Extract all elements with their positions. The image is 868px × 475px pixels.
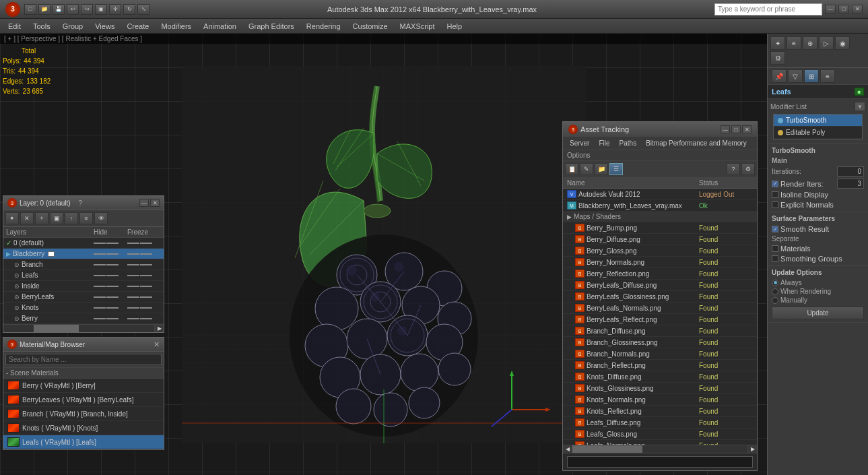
- asset-tool-help[interactable]: ?: [727, 163, 740, 175]
- undo-button[interactable]: ↩: [67, 4, 79, 15]
- menu-rendering[interactable]: Rendering: [301, 21, 346, 32]
- material-browser-close-btn[interactable]: ✕: [154, 340, 160, 349]
- asset-row[interactable]: BKnots_Normals.pngFound: [563, 394, 757, 406]
- render-iters-checkbox[interactable]: ✓ Render Iters:: [772, 180, 824, 188]
- layer-add-btn[interactable]: +: [35, 212, 48, 224]
- smoothing-groups-checkbox[interactable]: Smoothing Groups: [772, 255, 864, 263]
- asset-row[interactable]: BKnots_Diffuse.pngFound: [563, 371, 757, 383]
- asset-tool-table[interactable]: ☰: [609, 163, 623, 175]
- asset-table-body[interactable]: V Autodesk Vault 2012 Logged Out M Black…: [563, 189, 757, 445]
- explicit-normals-checkbox[interactable]: Explicit Normals: [772, 201, 864, 209]
- materials-cb[interactable]: [772, 245, 778, 252]
- menu-animation[interactable]: Animation: [198, 21, 242, 32]
- manually-radio-dot[interactable]: [772, 297, 778, 304]
- color-swatch-btn[interactable]: ■: [855, 88, 864, 96]
- motion-tab-btn[interactable]: ▷: [819, 36, 834, 50]
- menu-customize[interactable]: Customize: [347, 21, 393, 32]
- asset-row[interactable]: BBerry_Bump.pngFound: [563, 222, 757, 234]
- asset-scrollbar[interactable]: ◀ ▶: [563, 445, 757, 453]
- asset-row[interactable]: BBranch_Diffuse.pngFound: [563, 325, 757, 337]
- menu-views[interactable]: Views: [90, 21, 120, 32]
- configure-btn[interactable]: ≡: [820, 69, 835, 83]
- asset-row[interactable]: BLeafs_Normals.pngFound: [563, 440, 757, 445]
- asset-row-group[interactable]: ▶ Maps / Shaders: [563, 212, 757, 222]
- asset-row[interactable]: BBerry_Normals.pngFound: [563, 257, 757, 268]
- asset-close-btn[interactable]: ✕: [742, 125, 752, 133]
- asset-row[interactable]: M Blackberry_with_Leaves_vray.max Ok: [563, 200, 757, 212]
- menu-help[interactable]: Help: [442, 21, 468, 32]
- layer-minimize-btn[interactable]: —: [139, 199, 149, 207]
- asset-minimize-btn[interactable]: —: [721, 125, 730, 133]
- display-tab-btn[interactable]: ◉: [835, 36, 850, 50]
- materials-checkbox[interactable]: Materials: [772, 245, 864, 253]
- layer-row[interactable]: ⊙ Leafs: [3, 270, 164, 281]
- asset-row[interactable]: BBerryLeafs_Reflect.pngFound: [563, 314, 757, 325]
- asset-tool-1[interactable]: 📋: [565, 163, 578, 175]
- asset-row[interactable]: BBerryLeafs_Diffuse.pngFound: [563, 280, 757, 291]
- save-button[interactable]: 💾: [53, 4, 65, 15]
- update-button[interactable]: Update: [772, 307, 864, 319]
- minimize-button[interactable]: —: [825, 5, 836, 14]
- layer-delete-btn[interactable]: ✕: [20, 212, 34, 224]
- layer-move-btn[interactable]: ↑: [65, 212, 78, 224]
- asset-scroll-left-btn[interactable]: ◀: [563, 445, 572, 453]
- explicit-normals-cb[interactable]: [772, 201, 778, 208]
- new-button[interactable]: □: [24, 4, 36, 15]
- redo-button[interactable]: ↪: [81, 4, 93, 15]
- material-item[interactable]: Leafs ( VRayMtl ) [Leafs]: [3, 435, 164, 449]
- render-iters-input[interactable]: [837, 179, 864, 189]
- material-item[interactable]: Branch ( VRayMtl ) [Branch, Inside]: [3, 407, 164, 421]
- asset-row[interactable]: BBerryLeafs_Normals.pngFound: [563, 303, 757, 314]
- smooth-result-checkbox[interactable]: ✓ Smooth Result: [772, 225, 864, 233]
- maximize-button[interactable]: □: [838, 5, 849, 14]
- layer-scroll-right-btn[interactable]: ▶: [154, 325, 164, 332]
- asset-scroll-thumb[interactable]: [572, 445, 642, 453]
- layer-scroll-track[interactable]: [3, 325, 154, 332]
- material-item[interactable]: Berry ( VRayMtl ) [Berry]: [3, 379, 164, 393]
- modify-tab-btn[interactable]: ≡: [787, 36, 801, 50]
- search-box[interactable]: [714, 3, 822, 15]
- asset-row[interactable]: BLeafs_Diffuse.pngFound: [563, 417, 757, 429]
- manually-radio[interactable]: Manually: [772, 296, 864, 304]
- asset-options-label[interactable]: Options: [563, 150, 757, 161]
- asset-scroll-right-btn[interactable]: ▶: [747, 445, 757, 453]
- layer-row[interactable]: ⊙ Berry: [3, 313, 164, 324]
- active-modify-btn[interactable]: ⊞: [804, 69, 819, 83]
- asset-row[interactable]: BKnots_Reflect.pngFound: [563, 406, 757, 417]
- asset-row[interactable]: BBranch_Glossiness.pngFound: [563, 337, 757, 348]
- menu-modifiers[interactable]: Modifiers: [156, 21, 197, 32]
- scale-button[interactable]: ⤡: [137, 4, 149, 15]
- hierarchy-tab-btn[interactable]: ⊕: [803, 36, 817, 50]
- close-button[interactable]: ✕: [852, 5, 863, 14]
- asset-menu-bitmap[interactable]: Bitmap Performance and Memory: [642, 138, 751, 148]
- menu-tools[interactable]: Tools: [28, 21, 56, 32]
- modifier-turbosmooth[interactable]: TurboSmooth: [774, 115, 862, 127]
- select-button[interactable]: ▣: [95, 4, 107, 15]
- when-rendering-radio-dot[interactable]: [772, 288, 778, 295]
- asset-tool-3[interactable]: 📁: [595, 163, 608, 175]
- smooth-result-cb[interactable]: ✓: [772, 226, 778, 232]
- viewport-area[interactable]: [ + ] [ Perspective ] [ Realistic + Edge…: [0, 34, 767, 475]
- asset-maximize-btn[interactable]: □: [731, 125, 741, 133]
- create-tab-btn[interactable]: ✦: [770, 36, 785, 50]
- asset-row[interactable]: BBranch_Reflect.pngFound: [563, 360, 757, 371]
- layer-vis-btn[interactable]: 👁: [94, 212, 108, 224]
- material-item[interactable]: BerryLeaves ( VRayMtl ) [BerryLeafs]: [3, 393, 164, 407]
- layer-prop-btn[interactable]: ≡: [79, 212, 93, 224]
- asset-scroll-track[interactable]: [572, 445, 747, 453]
- asset-menu-server[interactable]: Server: [566, 138, 593, 148]
- isoline-cb[interactable]: [772, 191, 778, 198]
- pin-stack-btn[interactable]: 📌: [772, 69, 787, 83]
- layer-row[interactable]: ▶ Blackberry: [3, 249, 164, 259]
- always-radio[interactable]: Always: [772, 279, 864, 286]
- asset-row[interactable]: BBranch_Normals.pngFound: [563, 348, 757, 360]
- asset-row[interactable]: BKnots_Glossiness.pngFound: [563, 383, 757, 394]
- utilities-tab-btn[interactable]: ⚙: [770, 51, 785, 65]
- layer-close-btn[interactable]: ✕: [150, 199, 160, 207]
- rotate-button[interactable]: ↻: [123, 4, 135, 15]
- asset-row[interactable]: BBerry_Diffuse.pngFound: [563, 234, 757, 245]
- asset-row[interactable]: BBerry_Gloss.pngFound: [563, 245, 757, 257]
- isoline-checkbox[interactable]: Isoline Display: [772, 191, 864, 199]
- asset-menu-file[interactable]: File: [595, 138, 613, 148]
- layer-scrollbar[interactable]: ▶: [3, 324, 164, 332]
